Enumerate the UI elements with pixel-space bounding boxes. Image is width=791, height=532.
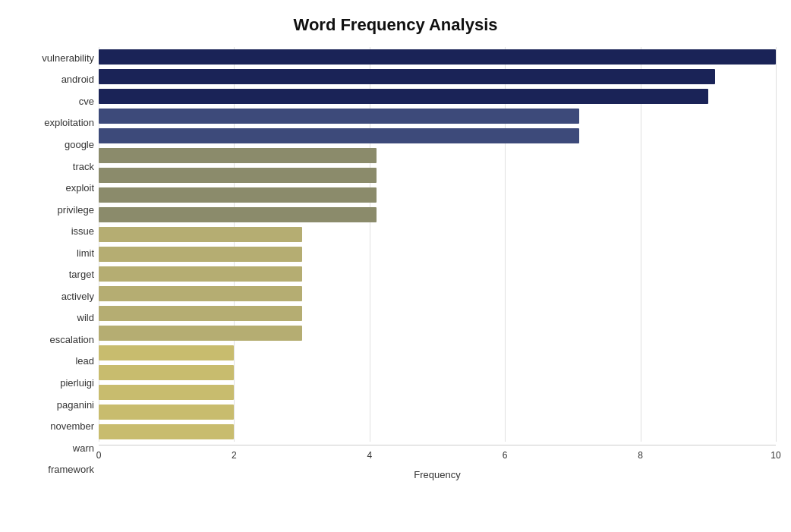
- chart-container: Word Frequency Analysis vulnerabilityand…: [0, 0, 791, 532]
- y-label: november: [15, 416, 94, 437]
- y-label: cve: [15, 90, 94, 112]
- bar: [99, 168, 377, 183]
- bar: [99, 69, 715, 84]
- y-label: android: [15, 69, 94, 90]
- bar: [99, 247, 302, 262]
- x-axis-title: Frequency: [99, 469, 776, 480]
- chart-area: vulnerabilityandroidcveexploitationgoogl…: [15, 47, 776, 480]
- y-label: vulnerability: [15, 47, 94, 68]
- bar-row: [99, 106, 776, 126]
- x-tick-label: 0: [96, 450, 102, 461]
- bar-row: [99, 205, 776, 225]
- x-tick-label: 8: [638, 450, 643, 461]
- bar-row: [99, 264, 776, 284]
- bar: [99, 326, 302, 341]
- y-label: framework: [15, 459, 94, 480]
- bar: [99, 405, 234, 420]
- bars-and-axes: 0246810 Frequency: [99, 47, 776, 480]
- y-label: escalation: [15, 329, 94, 350]
- y-label: actively: [15, 285, 94, 307]
- bar: [99, 306, 302, 321]
- bar-row: [99, 422, 776, 442]
- bar-row: [99, 87, 776, 106]
- bar: [99, 207, 377, 222]
- x-axis: 0246810: [99, 445, 776, 466]
- bar-row: [99, 225, 776, 244]
- x-tick-label: 10: [771, 450, 780, 461]
- bars-wrapper: [99, 47, 776, 442]
- y-label: limit: [15, 242, 94, 263]
- bar: [99, 128, 579, 143]
- y-label: target: [15, 264, 94, 285]
- bar-row: [99, 146, 776, 165]
- bar: [99, 424, 234, 439]
- y-label: exploitation: [15, 112, 94, 134]
- bar: [99, 187, 377, 203]
- bar-row: [99, 126, 776, 146]
- bar-row: [99, 284, 776, 304]
- y-label: google: [15, 134, 94, 155]
- y-label: lead: [15, 351, 94, 372]
- bar: [99, 109, 579, 124]
- grid-line: [776, 47, 777, 442]
- bar: [99, 345, 234, 360]
- bar-row: [99, 185, 776, 205]
- bar-row: [99, 304, 776, 323]
- y-axis-labels: vulnerabilityandroidcveexploitationgoogl…: [15, 47, 99, 480]
- bar-row: [99, 402, 776, 422]
- x-tick-label: 2: [232, 450, 237, 461]
- y-label: exploit: [15, 178, 94, 199]
- bar-row: [99, 343, 776, 363]
- bar: [99, 49, 776, 65]
- bar: [99, 266, 302, 282]
- bar: [99, 227, 302, 242]
- bar-row: [99, 165, 776, 185]
- y-label: warn: [15, 437, 94, 458]
- bar-row: [99, 244, 776, 264]
- x-tick-label: 4: [367, 450, 372, 461]
- y-label: pierluigi: [15, 372, 94, 393]
- bar-row: [99, 47, 776, 67]
- y-label: wild: [15, 307, 94, 329]
- bar: [99, 286, 302, 301]
- bar-row: [99, 67, 776, 87]
- y-label: track: [15, 156, 94, 177]
- bar-row: [99, 382, 776, 402]
- bar: [99, 148, 377, 163]
- chart-title: Word Frequency Analysis: [15, 15, 776, 35]
- x-tick-label: 6: [503, 450, 508, 461]
- bar: [99, 385, 234, 400]
- y-label: privilege: [15, 199, 94, 220]
- bar: [99, 365, 234, 380]
- y-label: paganini: [15, 394, 94, 415]
- y-label: issue: [15, 221, 94, 242]
- bar-row: [99, 363, 776, 382]
- bar: [99, 89, 708, 104]
- bar-row: [99, 323, 776, 343]
